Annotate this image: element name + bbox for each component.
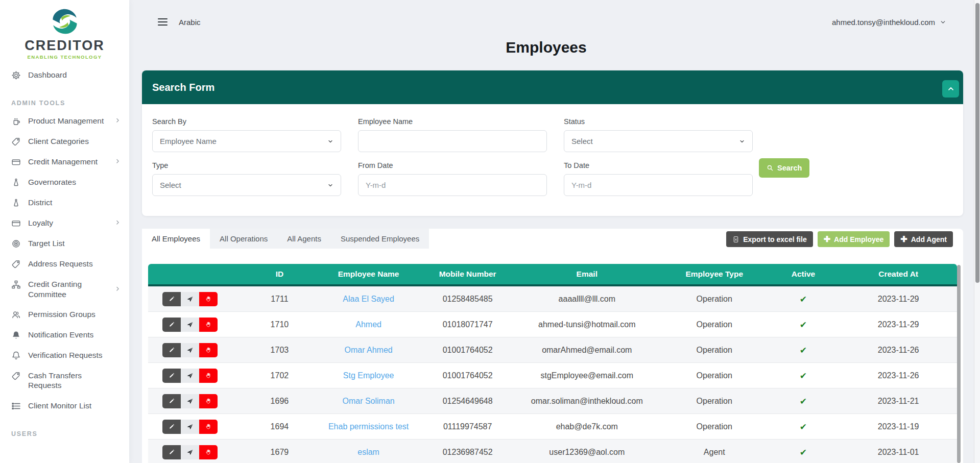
suspend-button[interactable] [199, 394, 218, 408]
tag-icon [11, 259, 21, 269]
tab-all-operations[interactable]: All Operations [210, 229, 277, 249]
target-icon [11, 239, 21, 249]
sidebar-item-label: Permission Groups [28, 309, 95, 319]
edit-button[interactable] [162, 343, 181, 357]
cell-email: ahmed-tunsi@hotmail.com [512, 312, 662, 337]
from-date-input[interactable] [358, 174, 547, 196]
employee-name-link[interactable]: Stg Employee [343, 371, 394, 380]
bell-filled-icon [11, 330, 21, 340]
tab-all-employees[interactable]: All Employees [142, 229, 210, 249]
cell-mobile: 01018071747 [423, 312, 512, 337]
table-header-row: IDEmployee NameMobile NumberEmailEmploye… [148, 264, 957, 286]
add-employee-button[interactable]: ✚ Add Employee [818, 231, 890, 247]
sidebar-item-target-list[interactable]: Target List [11, 233, 129, 254]
list-icon [11, 401, 21, 411]
employee-name-link[interactable]: Omar Soliman [342, 397, 394, 405]
search-icon [767, 164, 774, 172]
suspend-button[interactable] [199, 318, 218, 332]
export-excel-button[interactable]: Export to excel file [726, 231, 812, 247]
sidebar-item-client-monitor-list[interactable]: Client Monitor List [11, 396, 129, 416]
sidebar-item-district[interactable]: District [11, 192, 129, 213]
collapse-search-form-button[interactable] [942, 80, 959, 98]
row-actions [162, 420, 218, 434]
employee-name-link[interactable]: Ehab permissions test [328, 422, 409, 431]
send-button[interactable] [181, 318, 199, 332]
tab-all-agents[interactable]: All Agents [277, 229, 331, 249]
search-by-select[interactable]: Employee Name [152, 130, 341, 152]
edit-button[interactable] [162, 420, 181, 434]
employee-name-input[interactable] [358, 130, 547, 152]
search-button[interactable]: Search [759, 158, 809, 178]
sidebar-item-governorates[interactable]: Governorates [11, 172, 129, 192]
sidebar-item-credit-granting-committee[interactable]: Credit Granting Committee [11, 274, 129, 304]
edit-button[interactable] [162, 369, 181, 383]
employee-name-link[interactable]: eslam [357, 448, 379, 456]
employee-name-link[interactable]: Omar Ahmed [344, 346, 392, 354]
to-date-input[interactable] [564, 174, 753, 196]
menu-toggle-icon[interactable] [157, 17, 169, 27]
cell-mobile: 01001764052 [423, 337, 512, 363]
sidebar-item-address-requests[interactable]: Address Requests [11, 254, 129, 274]
column-header-employee-type: Employee Type [662, 264, 767, 286]
cell-created-at: 2023-11-26 [840, 337, 957, 363]
edit-button[interactable] [162, 445, 181, 459]
sidebar-item-cash-transfers-requests[interactable]: Cash Transfers Requests [11, 365, 129, 396]
status-select[interactable]: Select [564, 130, 753, 152]
chevron-down-icon [327, 138, 333, 144]
brand-name: CREDITOR [0, 38, 129, 53]
page-scrollbar [974, 0, 980, 463]
employees-table: IDEmployee NameMobile NumberEmailEmploye… [148, 264, 957, 463]
employee-name-link[interactable]: Ahmed [355, 320, 381, 329]
search-by-label: Search By [152, 117, 341, 126]
tab-suspended-employees[interactable]: Suspended Employees [331, 229, 429, 249]
sidebar-item-notification-events[interactable]: Notification Events [11, 325, 129, 345]
sidebar-item-label: Cash Transfers Requests [28, 371, 116, 391]
send-button[interactable] [181, 369, 199, 383]
creditor-logo-icon [50, 7, 80, 36]
sidebar-item-client-categories[interactable]: Client Categories [11, 131, 129, 152]
language-switch[interactable]: Arabic [179, 18, 201, 27]
send-button[interactable] [181, 343, 199, 357]
user-menu[interactable]: ahmed.tonsy@inthekloud.com [832, 18, 946, 27]
active-check-icon: ✔ [800, 447, 807, 457]
suspend-button[interactable] [199, 420, 218, 434]
table-scrollbar[interactable] [957, 265, 961, 463]
sidebar-item-product-management[interactable]: Product Management [11, 111, 129, 131]
sidebar-item-loyalty[interactable]: Loyalty [11, 213, 129, 233]
send-button[interactable] [181, 292, 199, 306]
edit-button[interactable] [162, 394, 181, 408]
table-row: 1711 Alaa El Sayed 01258485485 aaaallll@… [148, 286, 957, 312]
sidebar-item-permission-groups[interactable]: Permission Groups [11, 304, 129, 325]
employee-name-link[interactable]: Alaa El Sayed [343, 295, 394, 303]
suspend-button[interactable] [199, 343, 218, 357]
sidebar-item-label: Loyalty [28, 218, 53, 228]
sidebar-item-label: Dashboard [28, 70, 67, 80]
cell-id: 1710 [245, 312, 314, 337]
suspend-button[interactable] [199, 445, 218, 459]
tag-icon [11, 137, 21, 147]
from-date-label: From Date [358, 161, 547, 169]
edit-button[interactable] [162, 292, 181, 306]
sidebar-item-label: Target List [28, 238, 65, 248]
sidebar-item-label: Verification Requests [28, 350, 103, 360]
sidebar-item-verification-requests[interactable]: Verification Requests [11, 345, 129, 365]
sidebar-item-credit-management[interactable]: Credit Management [11, 152, 129, 172]
add-agent-button[interactable]: ✚ Add Agent [894, 231, 953, 247]
suspend-button[interactable] [199, 369, 218, 383]
suspend-button[interactable] [199, 292, 218, 306]
send-button[interactable] [181, 445, 199, 459]
send-button[interactable] [181, 394, 199, 408]
sidebar-item-label: Credit Management [28, 157, 98, 166]
cell-employee-type: Operation [662, 363, 767, 388]
cell-mobile: 01236987452 [423, 440, 512, 463]
edit-button[interactable] [162, 318, 181, 332]
chevron-right-icon [114, 284, 121, 294]
send-button[interactable] [181, 420, 199, 434]
page-scrollbar-thumb[interactable] [975, 3, 979, 283]
chevron-right-icon [114, 157, 121, 167]
type-select[interactable]: Select [152, 174, 341, 196]
cell-id: 1703 [245, 337, 314, 363]
cell-created-at: 2023-11-29 [840, 286, 957, 312]
sidebar-item-dashboard[interactable]: Dashboard [11, 65, 129, 85]
row-actions [162, 445, 218, 459]
